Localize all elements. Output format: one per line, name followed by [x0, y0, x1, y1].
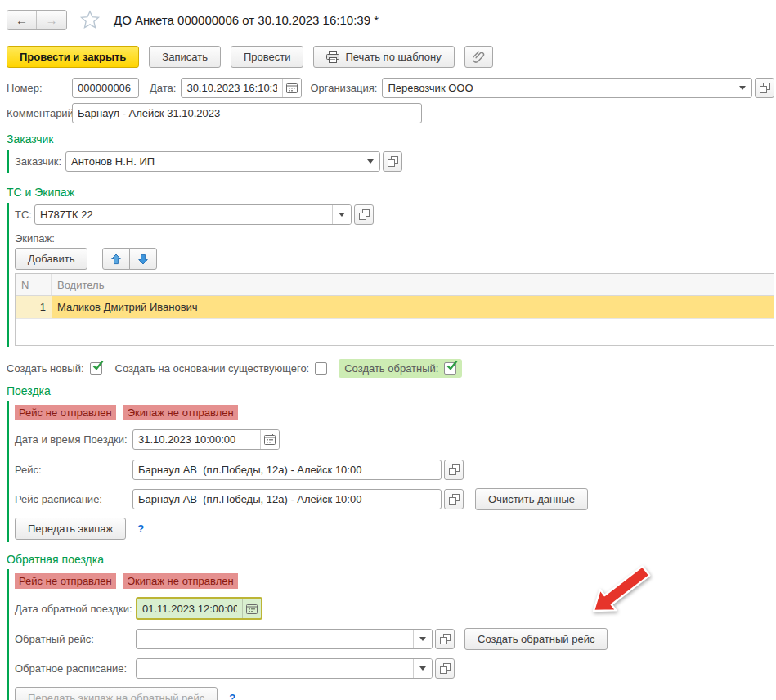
help-link[interactable]: ? — [137, 523, 144, 535]
number-field-wrap — [72, 78, 139, 98]
organization-dropdown-button[interactable] — [733, 79, 751, 97]
print-by-template-button[interactable]: Печать по шаблону — [313, 46, 454, 68]
red-arrow-annotation — [582, 563, 660, 624]
printer-icon — [326, 51, 339, 63]
transfer-crew-return-button[interactable]: Передать экипаж на обратный рейс — [15, 687, 218, 700]
return-section-title: Обратная поездка — [7, 553, 776, 566]
trip-route-open-button[interactable] — [444, 460, 464, 480]
number-label: Номер: — [7, 82, 72, 94]
calendar-icon — [286, 83, 298, 93]
move-down-button[interactable] — [129, 248, 157, 270]
post-and-close-button[interactable]: Провести и закрыть — [7, 46, 139, 68]
return-route-open-button[interactable] — [435, 629, 455, 649]
vehicle-field-wrap — [34, 204, 352, 225]
vehicle-label: ТС: — [15, 209, 34, 221]
customer-field[interactable] — [66, 152, 361, 171]
open-icon — [449, 464, 460, 475]
trip-datetime-field-wrap — [132, 429, 280, 450]
trip-route-field[interactable] — [133, 460, 441, 479]
vehicle-open-button[interactable] — [354, 204, 374, 225]
number-field[interactable] — [73, 79, 138, 97]
document-header-row: Номер: Дата: Организация: — [0, 78, 776, 98]
chevron-down-icon — [739, 86, 746, 90]
return-schedule-open-button[interactable] — [435, 658, 455, 679]
create-new-checkbox[interactable] — [90, 362, 102, 375]
trip-schedule-open-button[interactable] — [444, 489, 464, 509]
create-return-route-button[interactable]: Создать обратный рейс — [464, 628, 608, 650]
trip-datetime-calendar-button[interactable] — [260, 430, 279, 449]
forward-button[interactable]: → — [37, 11, 66, 29]
customer-section-title: Заказчик — [7, 132, 776, 146]
return-route-field[interactable] — [137, 630, 413, 648]
comment-field[interactable] — [73, 104, 421, 123]
trip-section-title: Поездка — [7, 384, 776, 397]
customer-section: Заказчик: — [7, 150, 776, 173]
customer-label: Заказчик: — [15, 155, 65, 168]
organization-field-wrap — [382, 78, 752, 98]
back-arrow-icon: ← — [16, 13, 28, 27]
return-route-dropdown-button[interactable] — [413, 630, 432, 648]
window-header: ← → ДО Анкета 000000006 от 30.10.2023 16… — [0, 0, 776, 31]
forward-arrow-icon: → — [46, 13, 58, 27]
chevron-down-icon — [419, 666, 426, 671]
vehicle-section: ТС: Экипаж: Добавить — [7, 203, 776, 347]
table-row[interactable]: 1 Маликов Дмитрий Иванович — [16, 296, 774, 319]
comment-field-wrap — [72, 103, 422, 123]
paperclip-icon — [473, 51, 485, 64]
attachments-button[interactable] — [464, 46, 493, 68]
calendar-icon — [264, 434, 276, 445]
date-field-wrap — [181, 78, 302, 98]
trip-schedule-field[interactable] — [133, 490, 441, 509]
return-date-field-highlight — [136, 597, 262, 620]
save-button[interactable]: Записать — [149, 46, 221, 68]
open-icon — [440, 634, 451, 644]
return-date-calendar-button[interactable] — [242, 599, 261, 618]
create-based-checkbox[interactable] — [315, 362, 327, 375]
clear-data-button[interactable]: Очистить данные — [475, 488, 588, 510]
move-up-button[interactable] — [102, 248, 130, 270]
trip-section: Рейс не отправлен Экипаж не отправлен Да… — [7, 401, 776, 542]
chevron-down-icon — [419, 637, 426, 641]
calendar-icon — [246, 604, 258, 614]
status-badge: Рейс не отправлен — [15, 573, 116, 589]
open-icon — [449, 494, 460, 505]
return-schedule-field[interactable] — [137, 659, 413, 678]
crew-table-header: N Водитель — [16, 274, 774, 296]
check-icon — [92, 360, 105, 371]
return-date-field[interactable] — [137, 599, 242, 618]
organization-field[interactable] — [383, 79, 733, 97]
return-route-label: Обратный рейс: — [15, 633, 136, 645]
customer-field-wrap — [65, 151, 380, 172]
return-schedule-dropdown-button[interactable] — [413, 659, 432, 678]
date-label: Дата: — [150, 82, 176, 94]
favorite-star-icon[interactable] — [79, 9, 101, 30]
vehicle-field[interactable] — [35, 205, 332, 224]
add-driver-button[interactable]: Добавить — [15, 248, 87, 270]
status-badge: Экипаж не отправлен — [123, 405, 238, 420]
organization-label: Организация: — [310, 82, 377, 94]
create-new-label: Создать новый: — [7, 362, 84, 375]
return-route-field-wrap — [136, 629, 433, 649]
trip-route-label: Рейс: — [15, 464, 132, 476]
post-button[interactable]: Провести — [231, 46, 304, 68]
trip-datetime-field[interactable] — [133, 430, 260, 449]
customer-open-button[interactable] — [383, 151, 402, 172]
comment-label: Комментарий: — [7, 107, 72, 119]
chevron-down-icon — [367, 159, 374, 164]
customer-dropdown-button[interactable] — [361, 152, 379, 171]
create-return-checkbox[interactable] — [444, 362, 456, 375]
help-link[interactable]: ? — [229, 692, 235, 700]
date-calendar-button[interactable] — [282, 79, 301, 97]
open-icon — [760, 83, 770, 93]
comment-row: Комментарий: — [0, 103, 776, 123]
date-field[interactable] — [182, 79, 282, 97]
chevron-down-icon — [339, 213, 345, 217]
transfer-crew-button[interactable]: Передать экипаж — [15, 518, 126, 540]
table-empty-area — [16, 319, 774, 345]
vehicle-section-title: ТС и Экипаж — [7, 186, 776, 199]
back-button[interactable]: ← — [7, 11, 37, 29]
organization-open-button[interactable] — [755, 78, 774, 98]
vehicle-dropdown-button[interactable] — [332, 205, 351, 224]
row-number-cell: 1 — [16, 296, 52, 318]
status-badge: Экипаж не отправлен — [123, 573, 238, 589]
